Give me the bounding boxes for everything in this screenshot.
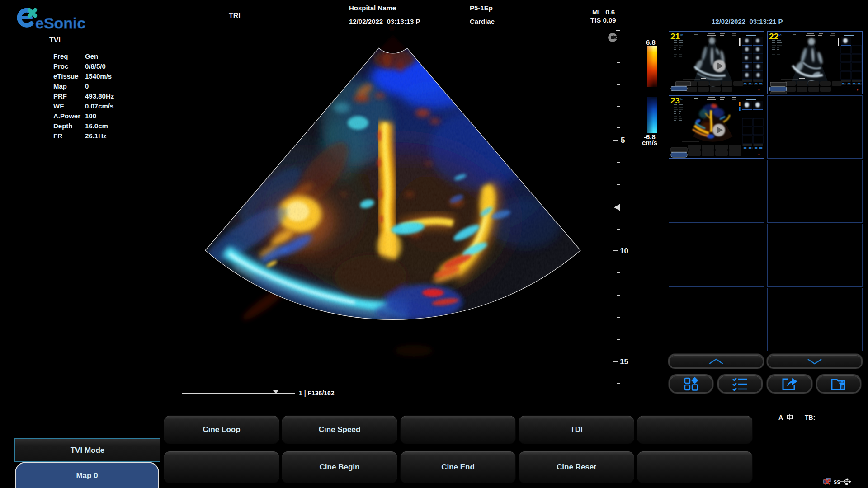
svg-text:ic: ic bbox=[680, 33, 683, 37]
svg-text:eSonic: eSonic bbox=[35, 14, 85, 32]
svg-text:23: 23 bbox=[670, 96, 680, 105]
svg-text:ic: ic bbox=[778, 33, 782, 37]
svg-text:5: 5 bbox=[621, 136, 625, 145]
svg-text:15: 15 bbox=[620, 357, 628, 366]
svg-text:10: 10 bbox=[620, 247, 628, 255]
svg-text:21: 21 bbox=[670, 32, 680, 41]
svg-text:ic: ic bbox=[680, 97, 683, 101]
svg-text:SS: SS bbox=[834, 479, 840, 485]
svg-text:22: 22 bbox=[769, 32, 778, 41]
